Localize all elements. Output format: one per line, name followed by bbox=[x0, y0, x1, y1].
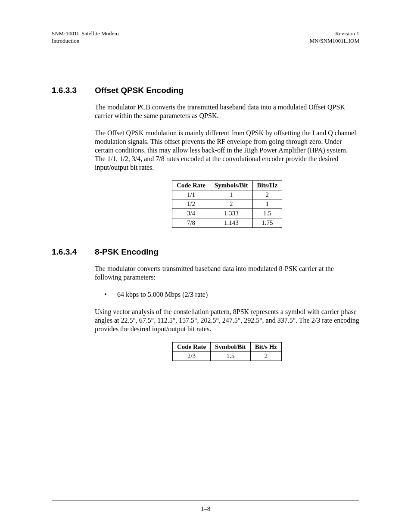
cell: 1 bbox=[210, 190, 253, 199]
cell: 1.5 bbox=[252, 209, 282, 218]
paragraph: The modulator converts transmitted baseb… bbox=[95, 264, 359, 282]
cell: 1.333 bbox=[210, 209, 253, 218]
8psk-table: Code Rate Symbol/Bit Bit/s Hz 2/3 1.5 2 bbox=[172, 342, 282, 361]
header-left-line2: Introduction bbox=[52, 37, 79, 44]
section-body-2: The modulator converts transmitted baseb… bbox=[95, 264, 359, 361]
cell: 1 bbox=[252, 199, 282, 209]
section-body-1: The modulator PCB converts the transmitt… bbox=[95, 103, 359, 228]
table-row: 1/2 2 1 bbox=[172, 199, 282, 209]
paragraph: Using vector analysis of the constellati… bbox=[95, 308, 359, 333]
col-header: Bits/Hz bbox=[252, 180, 282, 190]
cell: 1/2 bbox=[172, 199, 210, 209]
cell: 2 bbox=[210, 199, 253, 209]
cell: 1.143 bbox=[210, 218, 253, 227]
section-heading-2: 1.6.3.4 8-PSK Encoding bbox=[52, 247, 359, 257]
cell: 2/3 bbox=[172, 352, 210, 361]
col-header: Code Rate bbox=[172, 342, 210, 352]
cell: 2 bbox=[250, 352, 281, 361]
header-left-line1: SNM-1001L Satellite Modem bbox=[52, 30, 119, 37]
page-footer: 1–8 bbox=[52, 501, 359, 513]
oqpsk-table: Code Rate Symbols/Bit Bits/Hz 1/1 1 2 1/… bbox=[172, 180, 282, 228]
section-number-1: 1.6.3.3 bbox=[52, 86, 95, 95]
section-title-1: Offset QPSK Encoding bbox=[95, 86, 184, 95]
bullet-item: • 64 kbps to 5.000 Mbps (2/3 rate) bbox=[104, 290, 359, 299]
header-left: SNM-1001L Satellite Modem Introduction bbox=[52, 30, 119, 45]
table-header-row: Code Rate Symbol/Bit Bit/s Hz bbox=[172, 342, 281, 352]
col-header: Bit/s Hz bbox=[250, 342, 281, 352]
cell: 1.75 bbox=[252, 218, 282, 227]
table-row: 7/8 1.143 1.75 bbox=[172, 218, 282, 227]
col-header: Code Rate bbox=[172, 180, 210, 190]
cell: 1.5 bbox=[211, 352, 251, 361]
paragraph: The modulator PCB converts the transmitt… bbox=[95, 103, 359, 120]
header-right: Revision 1 MN/SNM1001L.IOM bbox=[310, 30, 359, 45]
table-header-row: Code Rate Symbols/Bit Bits/Hz bbox=[172, 180, 282, 190]
page-header: SNM-1001L Satellite Modem Introduction R… bbox=[52, 30, 359, 45]
paragraph: The Offset QPSK modulation is mainly dif… bbox=[95, 129, 359, 172]
table-row: 3/4 1.333 1.5 bbox=[172, 209, 282, 218]
section-title-2: 8-PSK Encoding bbox=[95, 247, 159, 257]
cell: 3/4 bbox=[172, 209, 210, 218]
col-header: Symbols/Bit bbox=[210, 180, 253, 190]
table-row: 2/3 1.5 2 bbox=[172, 352, 281, 361]
header-right-line2: MN/SNM1001L.IOM bbox=[310, 37, 359, 44]
page-number: 1–8 bbox=[201, 505, 211, 512]
table-row: 1/1 1 2 bbox=[172, 190, 282, 199]
bullet-icon: • bbox=[104, 290, 117, 299]
cell: 2 bbox=[252, 190, 282, 199]
col-header: Symbol/Bit bbox=[211, 342, 251, 352]
header-right-line1: Revision 1 bbox=[335, 30, 359, 37]
section-number-2: 1.6.3.4 bbox=[52, 247, 95, 257]
cell: 1/1 bbox=[172, 190, 210, 199]
section-heading-1: 1.6.3.3 Offset QPSK Encoding bbox=[52, 86, 359, 95]
page: SNM-1001L Satellite Modem Introduction R… bbox=[0, 0, 411, 532]
bullet-text: 64 kbps to 5.000 Mbps (2/3 rate) bbox=[117, 290, 208, 299]
cell: 7/8 bbox=[172, 218, 210, 227]
